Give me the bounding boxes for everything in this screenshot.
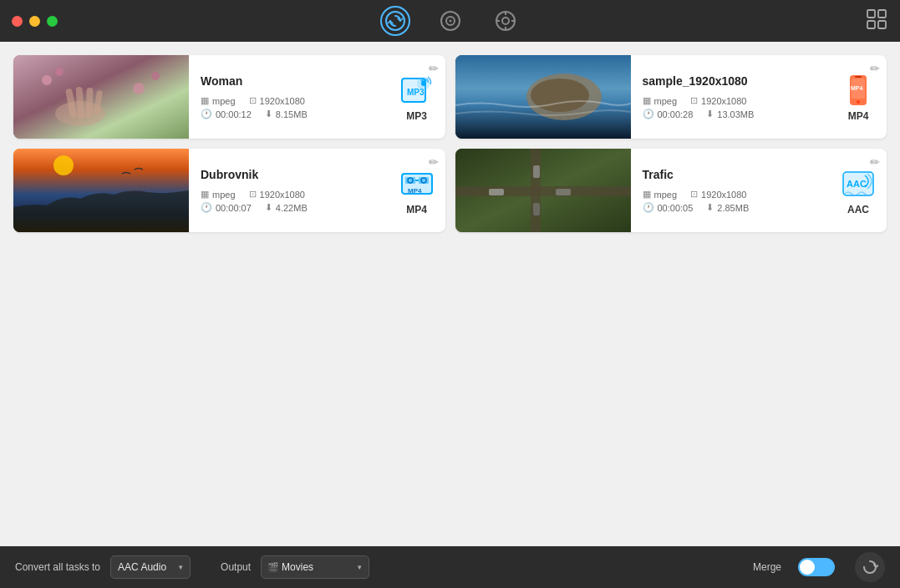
format-label-sample: MP4 (848, 110, 869, 122)
download-icon: ⬇ (265, 109, 272, 119)
size-item: ⬇ 13.03MB (706, 109, 754, 119)
mp4-cassette-icon: MP4 (399, 165, 435, 202)
download-icon: ⬇ (706, 202, 714, 213)
output-label: Output (221, 561, 251, 573)
edit-tab[interactable] (435, 6, 465, 36)
aac-icon: AAC (840, 165, 877, 202)
mp3-icon: MP3 (399, 72, 435, 109)
merge-label: Merge (753, 561, 781, 573)
titlebar-icons (380, 6, 521, 36)
duration-item: 🕐 00:00:07 (201, 202, 252, 213)
duration-item: 🕐 00:00:12 (201, 109, 252, 119)
mp4-icon: MP4 (840, 72, 877, 109)
minimize-button[interactable] (29, 16, 40, 27)
svg-point-22 (133, 83, 145, 94)
svg-point-20 (42, 75, 52, 85)
svg-text:MP4: MP4 (408, 187, 422, 195)
merge-toggle[interactable] (798, 558, 835, 576)
format-item: ▦ mpeg (643, 95, 678, 106)
format-item: ▦ mpeg (643, 189, 678, 200)
svg-rect-18 (85, 88, 93, 118)
edit-button-dubrovnik[interactable]: ✏ (429, 155, 439, 169)
refresh-button[interactable] (855, 552, 885, 582)
svg-rect-10 (867, 10, 875, 18)
resolution-icon: ⊡ (690, 189, 698, 200)
convert-tab[interactable] (380, 6, 410, 36)
card-format-dubrovnik: MP4 MP4 (399, 165, 435, 215)
resolution-icon: ⊡ (690, 95, 698, 106)
format-select[interactable]: AAC Audio MP3 Audio MP4 Video MOV Video … (110, 555, 191, 579)
card-format-woman: MP3 MP3 (399, 72, 435, 122)
svg-point-34 (857, 100, 860, 104)
clock-icon: 🕐 (201, 109, 212, 119)
format-label-trafic: AAC (847, 204, 869, 215)
thumbnail-sample (455, 55, 631, 139)
grid-button[interactable] (865, 8, 888, 34)
size-item: ⬇ 2.85MB (706, 202, 749, 213)
format-icon: ▦ (201, 189, 209, 200)
resolution-icon: ⊡ (249, 189, 257, 200)
format-icon: ▦ (201, 95, 209, 106)
thumbnail-trafic (455, 149, 631, 232)
format-item: ▦ mpeg (201, 95, 236, 106)
svg-point-5 (502, 18, 509, 24)
download-icon: ⬇ (706, 109, 714, 119)
edit-button-sample[interactable]: ✏ (870, 62, 880, 75)
thumbnail-dubrovnik (13, 149, 189, 232)
resolution-item: ⊡ 1920x1080 (249, 95, 305, 106)
format-label-woman: MP3 (406, 110, 427, 122)
edit-button-woman[interactable]: ✏ (429, 62, 439, 75)
main-content: Woman ▦ mpeg ⊡ 1920x1080 🕐 00:00:12 (0, 42, 900, 546)
close-button[interactable] (12, 16, 23, 27)
resolution-item: ⊡ 1920x1080 (690, 189, 746, 200)
size-item: ⬇ 4.22MB (265, 202, 308, 213)
size-item: ⬇ 8.15MB (265, 109, 308, 119)
duration-item: 🕐 00:00:28 (643, 109, 694, 119)
clock-icon: 🕐 (643, 109, 654, 119)
resolution-item: ⊡ 1920x1080 (249, 189, 305, 200)
download-icon: ⬇ (265, 202, 272, 213)
card-sample: sample_1920x1080 ▦ mpeg ⊡ 1920x1080 🕐 (455, 55, 887, 139)
svg-rect-11 (878, 10, 886, 18)
thumbnail-woman (13, 55, 189, 139)
svg-point-21 (55, 68, 64, 76)
duration-item: 🕐 00:00:05 (643, 202, 694, 213)
svg-rect-50 (556, 189, 571, 195)
bottom-bar: Convert all tasks to AAC Audio MP3 Audio… (0, 546, 900, 588)
rip-tab[interactable] (491, 6, 521, 36)
svg-rect-52 (533, 203, 540, 215)
refresh-icon (862, 559, 878, 575)
format-item: ▦ mpeg (201, 189, 236, 200)
card-dubrovnik: Dubrovnik ▦ mpeg ⊡ 1920x1080 🕐 00:00:0 (13, 149, 445, 232)
format-icon: ▦ (643, 95, 651, 106)
window-controls (12, 16, 58, 27)
output-select[interactable]: Movies Downloads Desktop Documents (261, 555, 369, 579)
format-select-wrapper: AAC Audio MP3 Audio MP4 Video MOV Video … (110, 555, 191, 579)
format-icon: ▦ (643, 189, 651, 200)
clock-icon: 🕐 (201, 202, 212, 213)
svg-point-38 (53, 155, 74, 175)
svg-rect-51 (533, 165, 540, 178)
clock-icon: 🕐 (643, 202, 654, 213)
toggle-knob (800, 560, 815, 575)
maximize-button[interactable] (47, 16, 58, 27)
svg-text:AAC: AAC (847, 179, 867, 189)
resolution-item: ⊡ 1920x1080 (690, 95, 746, 106)
svg-rect-48 (531, 149, 541, 232)
resolution-icon: ⊡ (249, 95, 257, 106)
svg-rect-13 (878, 21, 886, 28)
edit-button-trafic[interactable]: ✏ (870, 155, 880, 169)
svg-rect-12 (867, 21, 875, 28)
svg-text:MP4: MP4 (851, 85, 863, 91)
svg-rect-49 (489, 189, 504, 195)
card-format-sample: MP4 MP4 (840, 72, 877, 122)
svg-point-3 (449, 20, 451, 23)
svg-point-28 (421, 81, 426, 86)
card-woman: Woman ▦ mpeg ⊡ 1920x1080 🕐 00:00:12 (13, 55, 445, 139)
output-select-wrapper: Movies Downloads Desktop Documents (261, 555, 369, 579)
svg-rect-47 (455, 186, 631, 196)
svg-rect-35 (855, 76, 862, 78)
svg-point-0 (386, 12, 404, 30)
svg-point-23 (151, 72, 160, 80)
card-trafic: Trafic ▦ mpeg ⊡ 1920x1080 🕐 00:00:05 (455, 149, 887, 232)
